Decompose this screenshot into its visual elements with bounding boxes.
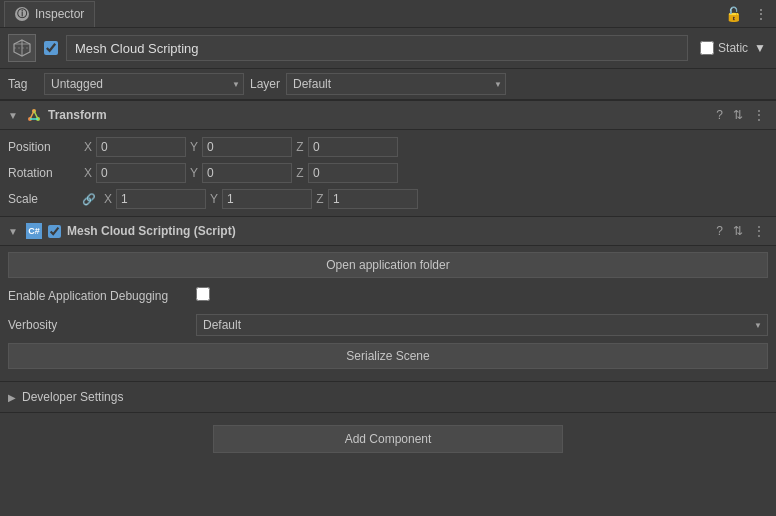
rot-y-label: Y — [188, 166, 200, 180]
transform-arrow-icon: ▼ — [8, 110, 20, 121]
script-body: Open application folder Enable Applicati… — [0, 246, 776, 381]
tab-bar: ⓘ Inspector 🔓 ⋮ — [0, 0, 776, 28]
scale-row: Scale 🔗 X Y Z — [0, 186, 776, 212]
svg-line-7 — [30, 111, 34, 119]
serialize-scene-button[interactable]: Serialize Scene — [8, 343, 768, 369]
pos-x-label: X — [82, 140, 94, 154]
position-row: Position X Y Z — [0, 134, 776, 160]
script-section-header[interactable]: ▼ C# Mesh Cloud Scripting (Script) ? ⇅ ⋮ — [0, 216, 776, 246]
position-z-input[interactable] — [308, 137, 398, 157]
object-name-field[interactable] — [66, 35, 688, 61]
scale-z-input[interactable] — [328, 189, 418, 209]
script-icon: C# — [26, 223, 42, 239]
rot-z-label: Z — [294, 166, 306, 180]
add-component-area: Add Component — [0, 412, 776, 465]
svg-line-8 — [34, 111, 38, 119]
developer-settings-row[interactable]: ▶ Developer Settings — [0, 381, 776, 412]
verbosity-select[interactable]: Default — [196, 314, 768, 336]
pos-y-label: Y — [188, 140, 200, 154]
rot-x-label: X — [82, 166, 94, 180]
transform-actions: ? ⇅ ⋮ — [713, 109, 768, 121]
object-header: Static ▼ — [0, 28, 776, 69]
rotation-row: Rotation X Y Z — [0, 160, 776, 186]
rotation-y-input[interactable] — [202, 163, 292, 183]
dev-settings-arrow-icon: ▶ — [8, 392, 16, 403]
rotation-z-input[interactable] — [308, 163, 398, 183]
open-folder-button[interactable]: Open application folder — [8, 252, 768, 278]
tag-layer-row: Tag Untagged Layer Default — [0, 69, 776, 100]
tag-label: Tag — [8, 77, 38, 91]
transform-menu-button[interactable]: ⋮ — [750, 109, 768, 121]
rotation-label: Rotation — [8, 166, 78, 180]
developer-settings-label: Developer Settings — [22, 390, 123, 404]
enable-debug-checkbox[interactable] — [196, 287, 210, 301]
scale-label: Scale — [8, 192, 78, 206]
inspector-tab-icon: ⓘ — [15, 7, 29, 21]
static-checkbox[interactable] — [700, 41, 714, 55]
position-xyz: X Y Z — [82, 137, 768, 157]
enable-debug-input-wrapper — [196, 287, 768, 304]
verbosity-row: Verbosity Default — [8, 311, 768, 339]
add-component-button[interactable]: Add Component — [213, 425, 563, 453]
layer-select[interactable]: Default — [286, 73, 506, 95]
rotation-x-input[interactable] — [96, 163, 186, 183]
enable-debug-row: Enable Application Debugging — [8, 284, 768, 307]
transform-title: Transform — [48, 108, 707, 122]
static-section: Static ▼ — [700, 41, 768, 55]
rotation-xyz: X Y Z — [82, 163, 768, 183]
static-label: Static — [718, 41, 748, 55]
position-y-input[interactable] — [202, 137, 292, 157]
script-actions: ? ⇅ ⋮ — [713, 225, 768, 237]
scale-y-input[interactable] — [222, 189, 312, 209]
menu-button[interactable]: ⋮ — [750, 5, 772, 23]
enable-debug-label: Enable Application Debugging — [8, 289, 188, 303]
transform-section-header[interactable]: ▼ Transform ? ⇅ ⋮ — [0, 100, 776, 130]
scale-x-input[interactable] — [116, 189, 206, 209]
script-active-checkbox[interactable] — [48, 225, 61, 238]
scale-x-label: X — [102, 192, 114, 206]
inspector-tab[interactable]: ⓘ Inspector — [4, 1, 95, 27]
pos-z-label: Z — [294, 140, 306, 154]
verbosity-label: Verbosity — [8, 318, 188, 332]
lock-button[interactable]: 🔓 — [721, 5, 746, 23]
verbosity-dropdown-wrapper: Default — [196, 314, 768, 336]
layer-label: Layer — [250, 77, 280, 91]
script-help-button[interactable]: ? — [713, 225, 726, 237]
scale-z-label: Z — [314, 192, 326, 206]
script-menu-button[interactable]: ⋮ — [750, 225, 768, 237]
script-settings-button[interactable]: ⇅ — [730, 225, 746, 237]
scale-lock-icon: 🔗 — [82, 193, 96, 206]
object-icon — [8, 34, 36, 62]
transform-help-button[interactable]: ? — [713, 109, 726, 121]
scale-y-label: Y — [208, 192, 220, 206]
position-x-input[interactable] — [96, 137, 186, 157]
transform-body: Position X Y Z Rotation X Y Z — [0, 130, 776, 216]
inspector-body: Static ▼ Tag Untagged Layer Default ▼ — [0, 28, 776, 516]
tab-actions: 🔓 ⋮ — [721, 5, 772, 23]
object-active-checkbox[interactable] — [44, 41, 58, 55]
static-dropdown-button[interactable]: ▼ — [752, 41, 768, 55]
layer-select-wrapper: Default — [286, 73, 506, 95]
scale-xyz: 🔗 X Y Z — [82, 189, 768, 209]
transform-settings-button[interactable]: ⇅ — [730, 109, 746, 121]
script-title: Mesh Cloud Scripting (Script) — [67, 224, 707, 238]
transform-icon — [26, 107, 42, 123]
tag-select[interactable]: Untagged — [44, 73, 244, 95]
inspector-tab-label: Inspector — [35, 7, 84, 21]
tag-select-wrapper: Untagged — [44, 73, 244, 95]
position-label: Position — [8, 140, 78, 154]
script-arrow-icon: ▼ — [8, 226, 20, 237]
